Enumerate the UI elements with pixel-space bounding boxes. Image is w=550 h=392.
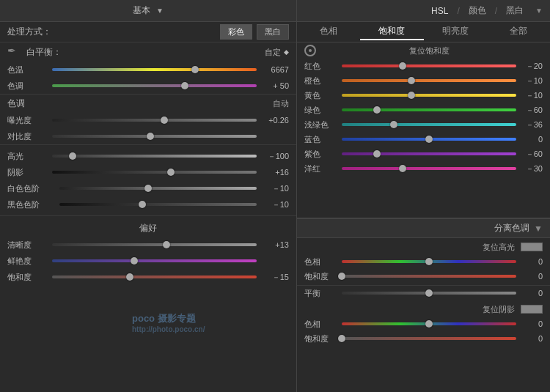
balance-value: 0 bbox=[521, 289, 543, 297]
tint-slider-row: 色调 + 50 bbox=[0, 78, 296, 94]
highlights-hue-track[interactable] bbox=[342, 257, 516, 266]
left-panel-header: 基本 ▼ bbox=[0, 0, 296, 22]
tab-saturation[interactable]: 饱和度 bbox=[360, 23, 423, 40]
shadows-color-swatch[interactable] bbox=[521, 305, 543, 314]
vibrance-slider-row: 鲜艳度 bbox=[0, 253, 296, 269]
highlights-slider-row: 高光 －100 bbox=[0, 148, 296, 164]
hsl-slider-track-2[interactable] bbox=[342, 91, 516, 100]
saturation-slider-row: 饱和度 －15 bbox=[0, 269, 296, 285]
contrast-slider-row: 对比度 bbox=[0, 128, 296, 144]
highlights-sat-track[interactable] bbox=[342, 272, 516, 281]
shadows-track[interactable] bbox=[52, 167, 257, 177]
temp-slider-row: 色温 6667 bbox=[0, 62, 296, 78]
bw-label: 黑白 bbox=[506, 4, 524, 17]
pref-label: 偏好 bbox=[7, 222, 289, 234]
highlights-color-swatch[interactable] bbox=[521, 243, 543, 251]
bw-mode-button[interactable]: 黑白 bbox=[257, 24, 289, 40]
highlights-value: －100 bbox=[261, 151, 289, 162]
shadows-reset-label: 复位阴影 bbox=[304, 304, 515, 315]
hsl-slider-track-0[interactable] bbox=[342, 62, 516, 70]
left-panel-arrow[interactable]: ▼ bbox=[156, 7, 164, 15]
wb-label: 白平衡： bbox=[26, 46, 265, 59]
shadows-sat-track[interactable] bbox=[342, 334, 516, 343]
target-icon[interactable] bbox=[304, 45, 316, 56]
blacks-value: －10 bbox=[261, 199, 289, 210]
hsl-slider-track-6[interactable] bbox=[342, 149, 516, 158]
hsl-slider-value-1: －10 bbox=[521, 75, 543, 86]
tint-track[interactable] bbox=[52, 81, 257, 91]
hsl-slider-track-4[interactable] bbox=[342, 120, 516, 129]
shadows-slider-row: 阴影 +16 bbox=[0, 164, 296, 180]
tab-all[interactable]: 全部 bbox=[487, 23, 550, 40]
whites-value: －10 bbox=[261, 183, 289, 194]
hsl-slider-value-6: －60 bbox=[521, 149, 543, 160]
hsl-slider-row-3: 绿色 －60 bbox=[297, 103, 550, 117]
highlights-sat-row: 饱和度 0 bbox=[297, 269, 550, 284]
hsl-color-label-5: 蓝色 bbox=[304, 134, 337, 145]
left-panel: 基本 ▼ 处理方式： 彩色 黑白 ✒ 白平衡： 自定 ◆ 色温 6667 bbox=[0, 0, 297, 392]
highlights-reset-row: 复位高光 bbox=[297, 240, 550, 254]
hsl-slider-track-5[interactable] bbox=[342, 135, 516, 144]
target-row: 复位饱和度 bbox=[297, 42, 550, 59]
temp-track[interactable] bbox=[52, 64, 257, 75]
exposure-slider-row: 曝光度 +0.26 bbox=[0, 112, 296, 128]
process-label: 处理方式： bbox=[7, 26, 216, 38]
shadows-label: 阴影 bbox=[7, 167, 48, 178]
exposure-label: 曝光度 bbox=[7, 115, 48, 126]
saturation-track[interactable] bbox=[52, 272, 257, 282]
highlights-label: 高光 bbox=[7, 151, 48, 162]
balance-track[interactable] bbox=[342, 289, 516, 297]
vibrance-track[interactable] bbox=[52, 256, 257, 266]
hsl-slider-track-3[interactable] bbox=[342, 106, 516, 114]
highlights-hue-row: 色相 0 bbox=[297, 254, 550, 269]
shadows-hue-track[interactable] bbox=[342, 319, 516, 328]
hsl-color-label-3: 绿色 bbox=[304, 105, 337, 116]
wb-row: ✒ 白平衡： 自定 ◆ bbox=[0, 42, 296, 62]
whites-track[interactable] bbox=[59, 183, 257, 193]
shadows-hue-row: 色相 0 bbox=[297, 317, 550, 331]
clarity-value: +13 bbox=[261, 240, 289, 249]
hsl-label: HSL bbox=[431, 6, 448, 16]
split-header: 分离色调 ▼ bbox=[297, 219, 550, 238]
hsl-header: HSL / 颜色 / 黑白 ▼ bbox=[297, 0, 550, 22]
hsl-slider-row-1: 橙色 －10 bbox=[297, 73, 550, 88]
slash2: / bbox=[495, 6, 497, 16]
tone-auto[interactable]: 自动 bbox=[273, 98, 289, 109]
eyedropper-icon[interactable]: ✒ bbox=[7, 45, 22, 59]
highlights-hue-label: 色相 bbox=[304, 256, 337, 267]
shadows-hue-value: 0 bbox=[521, 319, 543, 328]
split-toning-panel: 分离色调 ▼ 复位高光 色相 0 饱和度 bbox=[297, 218, 550, 392]
hsl-arrow[interactable]: ▼ bbox=[535, 7, 543, 15]
hsl-slider-value-5: 0 bbox=[521, 135, 543, 144]
exposure-track[interactable] bbox=[52, 115, 257, 125]
saturation-value: －15 bbox=[261, 272, 289, 283]
tone-header: 色调 自动 bbox=[0, 95, 296, 112]
tone-section: 色调 自动 曝光度 +0.26 对比度 bbox=[0, 95, 296, 145]
hsl-slider-track-7[interactable] bbox=[342, 164, 516, 173]
tint-label: 色调 bbox=[7, 81, 48, 92]
hsl-reset-label: 复位饱和度 bbox=[316, 45, 543, 56]
tint-value: + 50 bbox=[261, 81, 289, 90]
shadows-sat-row: 饱和度 0 bbox=[297, 331, 550, 346]
hsl-sliders: 红色 －20 橙色 －10 黄色 －10 绿色 bbox=[297, 59, 550, 176]
tab-hue[interactable]: 色相 bbox=[297, 23, 360, 40]
color-mode-button[interactable]: 彩色 bbox=[220, 24, 252, 40]
wb-value: 自定 ◆ bbox=[265, 47, 289, 58]
clarity-track[interactable] bbox=[52, 240, 257, 250]
pref-header: 偏好 bbox=[0, 219, 296, 237]
highlights-hue-value: 0 bbox=[521, 257, 543, 266]
tab-luminance[interactable]: 明亮度 bbox=[424, 23, 487, 40]
color-label: 颜色 bbox=[469, 4, 486, 17]
hsl-slider-track-1[interactable] bbox=[342, 76, 516, 85]
blacks-track[interactable] bbox=[59, 199, 257, 210]
hsl-slider-value-4: －36 bbox=[521, 119, 543, 130]
hsl-slider-row-4: 浅绿色 －36 bbox=[297, 117, 550, 132]
hsl-slider-row-2: 黄色 －10 bbox=[297, 88, 550, 103]
hsl-tabs: 色相 饱和度 明亮度 全部 bbox=[297, 22, 550, 42]
contrast-track[interactable] bbox=[52, 131, 257, 141]
highlights-track[interactable] bbox=[52, 151, 257, 161]
split-arrow[interactable]: ▼ bbox=[534, 223, 543, 234]
hsl-color-label-4: 浅绿色 bbox=[304, 119, 337, 130]
shadows-reset-row: 复位阴影 bbox=[297, 302, 550, 317]
shadows-sat-value: 0 bbox=[521, 334, 543, 343]
